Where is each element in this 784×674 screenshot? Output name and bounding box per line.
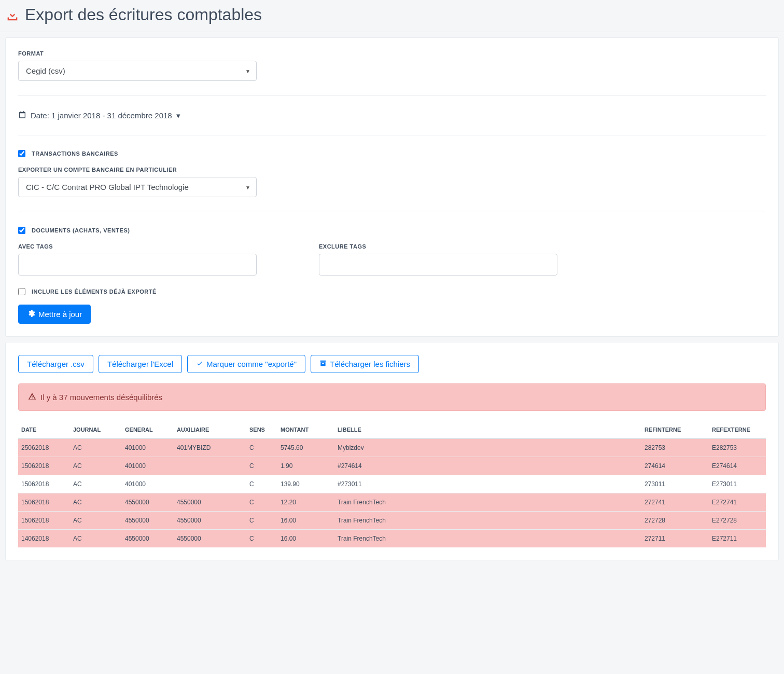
cell-libelle: Train FrenchTech [334, 493, 641, 512]
alert-text: Il y à 37 mouvements déséquilibrés [40, 393, 162, 402]
cell-general: 401000 [122, 457, 174, 475]
cell-libelle: Train FrenchTech [334, 530, 641, 548]
include-exported-checkbox[interactable] [18, 288, 25, 295]
cell-sens: C [246, 438, 277, 457]
download-excel-button[interactable]: Télécharger l'Excel [99, 355, 182, 373]
cell-date: 25062018 [18, 438, 70, 457]
cell-refexterne: E272728 [709, 512, 766, 530]
download-icon [5, 8, 20, 22]
warning-icon [28, 392, 36, 402]
cell-montant: 5745.60 [277, 438, 334, 457]
th-date: DATE [18, 421, 70, 438]
divider [18, 212, 766, 212]
cell-sens: C [246, 530, 277, 548]
check-icon [196, 360, 203, 368]
page-title-text: Export des écritures comptables [25, 5, 262, 24]
th-libelle: LIBELLE [334, 421, 641, 438]
cell-refexterne: E282753 [709, 438, 766, 457]
with-tags-label: AVEC TAGS [18, 243, 257, 250]
update-button[interactable]: Mettre à jour [18, 305, 91, 324]
gear-icon [27, 309, 35, 319]
table-row: 14062018AC45500004550000C16.00Train Fren… [18, 530, 766, 548]
filter-panel: FORMAT Cegid (csv) ▼ Date: 1 janvier 201… [5, 37, 779, 337]
th-journal: JOURNAL [70, 421, 122, 438]
cell-auxiliaire: 4550000 [174, 512, 246, 530]
cell-auxiliaire [174, 475, 246, 493]
cell-sens: C [246, 512, 277, 530]
action-bar: Télécharger .csv Télécharger l'Excel Mar… [18, 355, 766, 373]
cell-journal: AC [70, 457, 122, 475]
exclude-tags-input[interactable] [319, 254, 557, 276]
table-row: 15062018AC45500004550000C12.20Train Fren… [18, 493, 766, 512]
archive-icon [319, 360, 327, 368]
cell-date: 15062018 [18, 512, 70, 530]
transactions-checkbox[interactable] [18, 150, 25, 157]
cell-general: 4550000 [122, 512, 174, 530]
cell-refinterne: 272711 [641, 530, 709, 548]
include-exported-label: INCLURE LES ÉLÉMENTS DÉJÀ EXPORTÉ [32, 288, 157, 295]
calendar-icon [18, 111, 26, 120]
cell-refexterne: E274614 [709, 457, 766, 475]
update-button-label: Mettre à jour [38, 310, 82, 319]
cell-journal: AC [70, 475, 122, 493]
cell-montant: 139.90 [277, 475, 334, 493]
th-auxiliaire: AUXILIAIRE [174, 421, 246, 438]
cell-libelle: Mybizdev [334, 438, 641, 457]
th-refexterne: REFEXTERNE [709, 421, 766, 438]
cell-general: 401000 [122, 438, 174, 457]
cell-general: 401000 [122, 475, 174, 493]
cell-date: 14062018 [18, 530, 70, 548]
date-range-picker[interactable]: Date: 1 janvier 2018 - 31 décembre 2018 … [18, 111, 766, 120]
cell-date: 15062018 [18, 475, 70, 493]
format-label: FORMAT [18, 50, 766, 57]
bank-account-label: EXPORTER UN COMPTE BANCAIRE EN PARTICULI… [18, 167, 766, 173]
cell-libelle: #273011 [334, 475, 641, 493]
th-sens: SENS [246, 421, 277, 438]
table-row: 15062018AC401000C1.90#274614274614E27461… [18, 457, 766, 475]
bank-account-select[interactable]: CIC - C/C Contrat PRO Global IPT Technol… [18, 177, 257, 197]
cell-sens: C [246, 475, 277, 493]
cell-journal: AC [70, 493, 122, 512]
cell-auxiliaire [174, 457, 246, 475]
cell-sens: C [246, 493, 277, 512]
mark-exported-button[interactable]: Marquer comme "exporté" [187, 355, 305, 373]
cell-refexterne: E272741 [709, 493, 766, 512]
cell-montant: 16.00 [277, 512, 334, 530]
cell-sens: C [246, 457, 277, 475]
cell-refexterne: E273011 [709, 475, 766, 493]
table-row: 25062018AC401000401MYBIZDC5745.60Mybizde… [18, 438, 766, 457]
cell-refinterne: 272741 [641, 493, 709, 512]
cell-montant: 12.20 [277, 493, 334, 512]
format-select[interactable]: Cegid (csv) [18, 61, 257, 81]
cell-libelle: #274614 [334, 457, 641, 475]
exclude-tags-label: EXCLURE TAGS [319, 243, 557, 250]
table-row: 15062018AC401000C139.90#273011273011E273… [18, 475, 766, 493]
cell-auxiliaire: 4550000 [174, 493, 246, 512]
divider [18, 135, 766, 135]
cell-date: 15062018 [18, 493, 70, 512]
table-row: 15062018AC45500004550000C16.00Train Fren… [18, 512, 766, 530]
cell-journal: AC [70, 438, 122, 457]
download-files-button[interactable]: Télécharger les fichiers [311, 355, 419, 373]
cell-montant: 1.90 [277, 457, 334, 475]
cell-refexterne: E272711 [709, 530, 766, 548]
download-csv-button[interactable]: Télécharger .csv [18, 355, 93, 373]
th-montant: MONTANT [277, 421, 334, 438]
cell-general: 4550000 [122, 493, 174, 512]
transactions-label: TRANSACTIONS BANCAIRES [32, 150, 118, 157]
date-range-text: Date: 1 janvier 2018 - 31 décembre 2018 [31, 111, 172, 120]
th-general: GENERAL [122, 421, 174, 438]
cell-date: 15062018 [18, 457, 70, 475]
documents-label: DOCUMENTS (ACHATS, VENTES) [32, 227, 130, 233]
cell-auxiliaire: 401MYBIZD [174, 438, 246, 457]
documents-checkbox[interactable] [18, 227, 25, 234]
alert-unbalanced: Il y à 37 mouvements déséquilibrés [18, 383, 766, 411]
cell-montant: 16.00 [277, 530, 334, 548]
page-title: Export des écritures comptables [5, 5, 779, 24]
cell-refinterne: 274614 [641, 457, 709, 475]
with-tags-input[interactable] [18, 254, 257, 276]
cell-journal: AC [70, 512, 122, 530]
cell-auxiliaire: 4550000 [174, 530, 246, 548]
cell-general: 4550000 [122, 530, 174, 548]
results-panel: Télécharger .csv Télécharger l'Excel Mar… [5, 342, 779, 560]
